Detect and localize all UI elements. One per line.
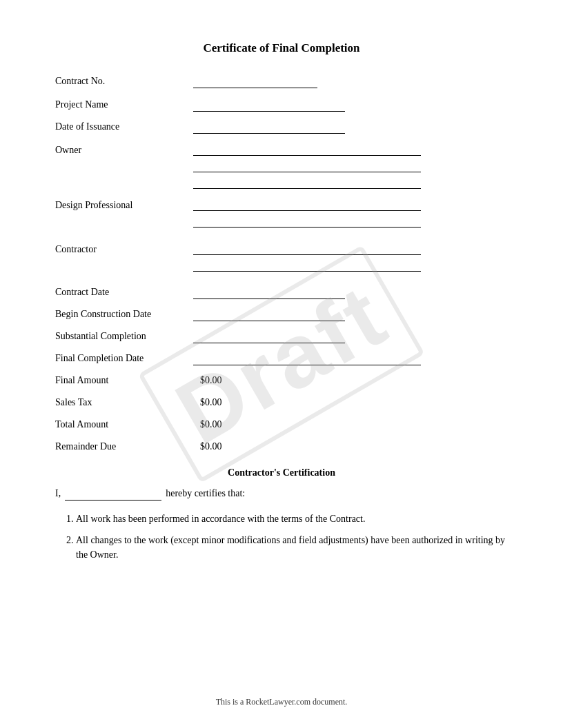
contractor-fields [193,243,421,272]
contractor-label: Contractor [55,243,193,256]
document-title: Certificate of Final Completion [55,41,508,55]
design-professional-row: Design Professional [55,199,508,228]
sales-tax-row: Sales Tax $0.00 [55,397,508,410]
contract-no-label: Contract No. [55,76,193,88]
date-of-issuance-label: Date of Issuance [55,121,193,134]
design-professional-fields [193,199,421,228]
footer-text: This is a RocketLawyer.com document. [216,697,348,707]
begin-construction-date-label: Begin Construction Date [55,309,193,321]
design-professional-label: Design Professional [55,199,193,212]
final-amount-label: Final Amount [55,375,193,387]
total-amount-label: Total Amount [55,419,193,432]
final-completion-date-row: Final Completion Date [55,353,508,365]
contract-no-row: Contract No. [55,76,508,88]
list-item-1: All work has been performed in accordanc… [76,512,508,526]
sales-tax-value: $0.00 [200,397,222,410]
page: Draft Certificate of Final Completion Co… [0,0,563,728]
sales-tax-label: Sales Tax [55,397,193,410]
remainder-due-label: Remainder Due [55,441,193,454]
project-name-field[interactable] [193,99,345,112]
remainder-due-row: Remainder Due $0.00 [55,441,508,454]
certifies-prefix: I, [55,488,61,501]
final-completion-date-field[interactable] [193,353,421,365]
footer: This is a RocketLawyer.com document. [0,697,563,707]
list-item-2: All changes to the work (except minor mo… [76,533,508,562]
owner-label: Owner [55,143,193,157]
contractor-field-2[interactable] [193,259,421,272]
certifies-name-field[interactable] [65,488,161,501]
certifies-row: I, hereby certifies that: [55,488,508,501]
certification-list: All work has been performed in accordanc… [76,512,508,562]
total-amount-row: Total Amount $0.00 [55,419,508,432]
project-name-row: Project Name [55,99,508,112]
contract-date-field[interactable] [193,287,345,299]
remainder-due-value: $0.00 [200,441,222,454]
substantial-completion-label: Substantial Completion [55,331,193,343]
final-amount-value: $0.00 [200,375,222,387]
certification-title: Contractor's Certification [55,467,508,478]
contract-date-label: Contract Date [55,287,193,299]
begin-construction-date-row: Begin Construction Date [55,309,508,321]
final-completion-date-label: Final Completion Date [55,353,193,365]
certifies-suffix: hereby certifies that: [166,488,245,501]
design-professional-field-1[interactable] [193,199,421,211]
substantial-completion-row: Substantial Completion [55,331,508,343]
contract-no-field[interactable] [193,76,317,88]
owner-field-3[interactable] [193,176,421,189]
final-amount-row: Final Amount $0.00 [55,375,508,387]
total-amount-value: $0.00 [200,419,222,432]
begin-construction-date-field[interactable] [193,309,345,321]
contractor-field-1[interactable] [193,243,421,255]
date-of-issuance-field[interactable] [193,121,345,134]
owner-field-1[interactable] [193,143,421,156]
substantial-completion-field[interactable] [193,331,345,343]
design-professional-field-2[interactable] [193,215,421,228]
date-of-issuance-row: Date of Issuance [55,121,508,134]
owner-fields [193,143,421,189]
owner-row: Owner [55,143,508,189]
contract-date-row: Contract Date [55,287,508,299]
owner-field-2[interactable] [193,160,421,172]
contractor-row: Contractor [55,243,508,272]
project-name-label: Project Name [55,99,193,112]
